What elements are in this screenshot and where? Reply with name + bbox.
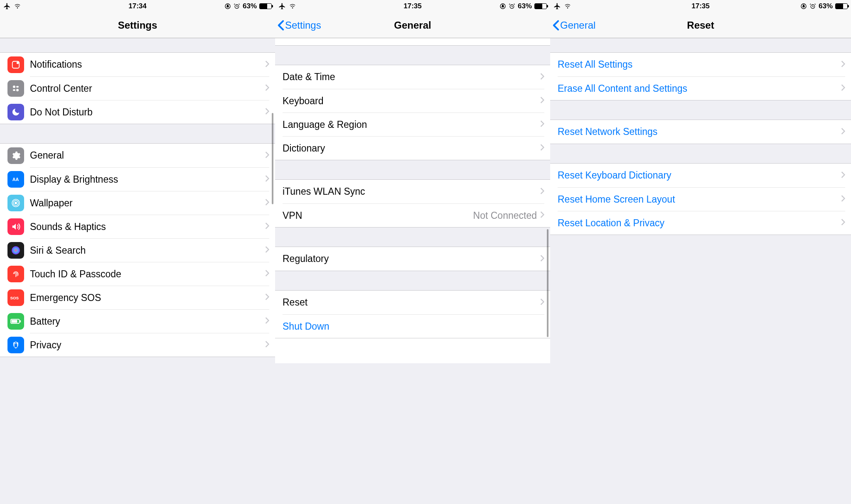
scroll-indicator: [272, 113, 273, 204]
svg-point-4: [13, 86, 15, 88]
row-privacy[interactable]: Privacy: [0, 333, 275, 357]
row-siri-search[interactable]: Siri & Search: [0, 238, 275, 262]
cell-label: Reset Network Settings: [558, 126, 841, 137]
chevron-right-icon: [265, 317, 269, 325]
row-sounds-haptics[interactable]: Sounds & Haptics: [0, 215, 275, 238]
cell-label: Language & Region: [283, 119, 540, 130]
status-bar: 17:35 63%: [550, 0, 851, 12]
notifications-icon: [7, 56, 24, 73]
cell-label: General: [30, 150, 265, 161]
svg-text:SOS: SOS: [10, 295, 19, 300]
cell-label: Shut Down: [283, 321, 544, 332]
svg-point-6: [16, 89, 19, 91]
battery-percent: 63%: [518, 2, 532, 10]
row-touch-id-passcode[interactable]: Touch ID & Passcode: [0, 262, 275, 286]
privacy-icon: [7, 337, 24, 353]
chevron-right-icon: [841, 61, 845, 69]
scroll-indicator: [547, 229, 548, 337]
battery-icon: [259, 3, 272, 9]
row-reset-network-settings[interactable]: Reset Network Settings: [550, 120, 851, 144]
chevron-right-icon: [841, 195, 845, 203]
chevron-right-icon: [540, 188, 544, 196]
row-general[interactable]: General: [0, 144, 275, 167]
airplane-mode-icon: [553, 2, 561, 10]
row-reset-keyboard-dictionary[interactable]: Reset Keyboard Dictionary: [550, 164, 851, 187]
status-bar: 17:35 63%: [275, 0, 550, 12]
alarm-icon: [234, 3, 240, 10]
battery-icon: [534, 3, 547, 9]
svg-point-12: [12, 246, 20, 254]
row-restrictions-partial[interactable]: Restrictions Off: [275, 38, 550, 46]
reset-list[interactable]: Reset All Settings Erase All Content and…: [550, 38, 851, 504]
row-keyboard[interactable]: Keyboard: [275, 89, 550, 113]
row-itunes-wlan-sync[interactable]: iTunes WLAN Sync: [275, 180, 550, 203]
siri-search-icon: [7, 242, 24, 259]
row-regulatory[interactable]: Regulatory: [275, 247, 550, 271]
page-title: General: [394, 20, 431, 31]
settings-list[interactable]: Notifications Control Center Do Not Dist…: [0, 38, 275, 504]
chevron-right-icon: [265, 246, 269, 254]
chevron-right-icon: [540, 120, 544, 129]
chevron-right-icon: [265, 294, 269, 302]
row-erase-all-content-and-settings[interactable]: Erase All Content and Settings: [550, 76, 851, 100]
row-emergency-sos[interactable]: SOS Emergency SOS: [0, 286, 275, 309]
status-time: 17:35: [691, 2, 709, 10]
row-wallpaper[interactable]: Wallpaper: [0, 191, 275, 215]
cell-label: iTunes WLAN Sync: [283, 186, 540, 197]
general-icon: [7, 147, 24, 164]
chevron-right-icon: [265, 61, 269, 69]
row-date-time[interactable]: Date & Time: [275, 65, 550, 89]
cell-label: Date & Time: [283, 71, 540, 83]
row-dictionary[interactable]: Dictionary: [275, 136, 550, 160]
orientation-lock-icon: [499, 3, 506, 10]
row-reset-home-screen-layout[interactable]: Reset Home Screen Layout: [550, 187, 851, 211]
emergency-sos-icon: SOS: [7, 289, 24, 306]
cell-label: Reset Home Screen Layout: [558, 194, 841, 205]
chevron-right-icon: [540, 97, 544, 105]
svg-rect-7: [13, 89, 15, 91]
cell-label: Touch ID & Passcode: [30, 269, 265, 280]
back-label: Settings: [285, 20, 321, 31]
row-reset-location-privacy[interactable]: Reset Location & Privacy: [550, 211, 851, 235]
row-control-center[interactable]: Control Center: [0, 76, 275, 100]
alarm-icon: [509, 3, 515, 10]
cell-label: Emergency SOS: [30, 292, 265, 303]
svg-rect-17: [15, 344, 17, 347]
orientation-lock-icon: [800, 3, 807, 10]
row-do-not-disturb[interactable]: Do Not Disturb: [0, 100, 275, 124]
row-display-brightness[interactable]: AA Display & Brightness: [0, 167, 275, 191]
chevron-right-icon: [265, 108, 269, 116]
page-title: Reset: [687, 20, 714, 31]
cell-label: Control Center: [30, 83, 265, 94]
chevron-right-icon: [841, 84, 845, 93]
chevron-right-icon: [265, 199, 269, 207]
general-list[interactable]: Restrictions Off Date & Time Keyboard La…: [275, 38, 550, 504]
do-not-disturb-icon: [7, 104, 24, 120]
nav-bar: Settings General: [275, 12, 550, 38]
row-language-region[interactable]: Language & Region: [275, 113, 550, 136]
row-vpn[interactable]: VPN Not Connected: [275, 203, 550, 227]
cell-label: Keyboard: [283, 95, 540, 107]
cell-label: Reset All Settings: [558, 59, 841, 70]
airplane-mode-icon: [3, 2, 11, 10]
alarm-icon: [809, 3, 816, 10]
chevron-right-icon: [265, 341, 269, 349]
wifi-icon: [563, 3, 572, 10]
row-reset-all-settings[interactable]: Reset All Settings: [550, 53, 851, 76]
airplane-mode-icon: [278, 2, 286, 10]
back-button[interactable]: General: [553, 20, 595, 31]
svg-point-9: [15, 202, 17, 204]
cell-label: Regulatory: [283, 253, 540, 264]
cell-label: Privacy: [30, 340, 265, 351]
touch-id-passcode-icon: [7, 266, 24, 282]
back-button[interactable]: Settings: [278, 20, 321, 31]
svg-rect-16: [12, 320, 17, 323]
screen-general: 17:35 63% Settings General: [275, 0, 550, 504]
row-battery[interactable]: Battery: [0, 309, 275, 333]
svg-rect-5: [16, 86, 19, 88]
row-reset[interactable]: Reset: [275, 291, 550, 314]
screen-reset: 17:35 63% General Reset: [550, 0, 851, 504]
row-notifications[interactable]: Notifications: [0, 53, 275, 76]
chevron-right-icon: [265, 175, 269, 183]
row-shut-down[interactable]: Shut Down: [275, 314, 550, 338]
